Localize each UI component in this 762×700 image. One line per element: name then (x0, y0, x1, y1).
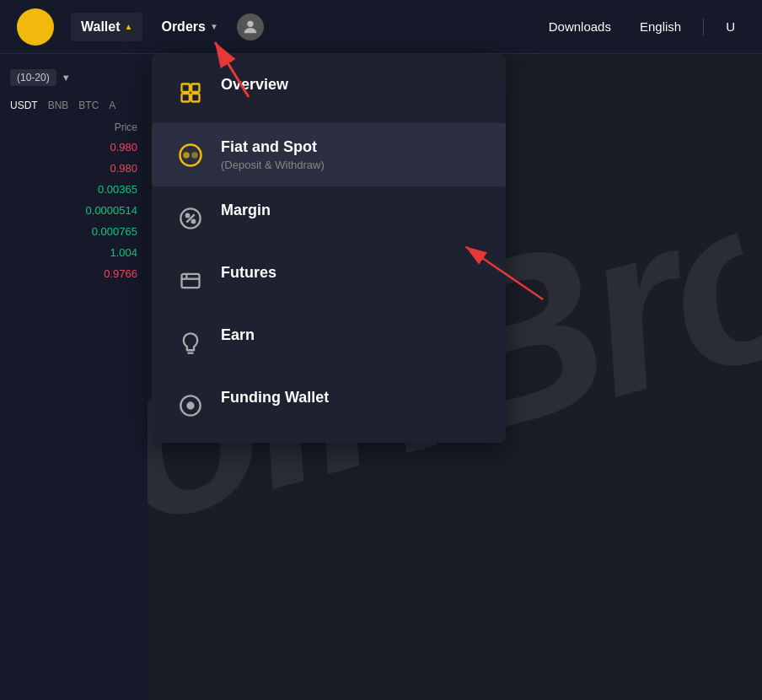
funding-label: Funding Wallet (221, 389, 329, 407)
wallet-label: Wallet (81, 19, 121, 35)
dropdown-item-futures[interactable]: Futures (152, 249, 506, 311)
price-row: 0.000765 (0, 221, 148, 242)
orders-nav[interactable]: Orders ▼ (151, 13, 228, 41)
fiat-spot-icon (175, 140, 206, 170)
funding-text: Funding Wallet (221, 389, 329, 407)
logo[interactable] (17, 8, 54, 46)
downloads-link[interactable]: Downloads (539, 13, 621, 40)
nav-divider (703, 19, 704, 35)
overview-label: Overview (221, 76, 288, 94)
svg-rect-3 (182, 94, 190, 101)
fiat-spot-text: Fiat and Spot (Deposit & Withdraw) (221, 138, 325, 171)
wallet-dropdown: Overview Fiat and Spot (Deposit & Withdr… (152, 54, 506, 443)
price-row: 0.980 (0, 158, 148, 179)
margin-text: Margin (221, 202, 271, 219)
earn-text: Earn (221, 326, 255, 344)
tab-a[interactable]: A (105, 98, 119, 113)
overview-text: Overview (221, 76, 288, 94)
filter-chevron-icon[interactable]: ▼ (62, 73, 71, 83)
fiat-spot-sublabel: (Deposit & Withdraw) (221, 159, 325, 171)
tab-usdt[interactable]: USDT (7, 98, 41, 113)
svg-point-0 (247, 20, 253, 26)
tab-bnb[interactable]: BNB (45, 98, 72, 113)
futures-icon (175, 266, 206, 296)
earn-icon (175, 328, 206, 358)
svg-rect-4 (191, 94, 199, 101)
futures-text: Futures (221, 264, 276, 282)
dropdown-item-earn[interactable]: Earn (152, 311, 506, 374)
filter-badge[interactable]: (10-20) (10, 69, 56, 86)
svg-point-11 (192, 220, 196, 223)
svg-rect-1 (182, 84, 190, 92)
price-header: Price (0, 118, 148, 137)
earn-label: Earn (221, 326, 255, 344)
orders-label: Orders (161, 19, 205, 35)
fiat-spot-label: Fiat and Spot (221, 138, 325, 156)
svg-point-10 (186, 214, 190, 218)
dropdown-item-margin[interactable]: Margin (152, 186, 506, 249)
svg-point-6 (183, 152, 190, 159)
left-panel: (10-20) ▼ USDT BNB BTC A Price 0.980 0.9… (0, 54, 148, 700)
price-row: 0.980 (0, 137, 148, 158)
funding-icon (175, 390, 206, 421)
margin-label: Margin (221, 202, 271, 219)
svg-point-18 (188, 403, 194, 409)
margin-icon (175, 203, 206, 234)
dropdown-item-funding[interactable]: Funding Wallet (152, 374, 506, 436)
svg-rect-2 (191, 84, 199, 92)
avatar[interactable] (237, 13, 264, 40)
user-link[interactable]: U (716, 13, 745, 40)
price-row: 0.00365 (0, 179, 148, 200)
overview-icon (175, 78, 206, 108)
filter-row: (10-20) ▼ (0, 62, 148, 93)
column-tabs: USDT BNB BTC A (0, 93, 148, 118)
orders-chevron-icon: ▼ (210, 22, 218, 31)
price-header-label: Price (115, 121, 137, 133)
wallet-chevron-icon: ▲ (125, 22, 133, 31)
price-row: 0.0000514 (0, 200, 148, 221)
tab-btc[interactable]: BTC (75, 98, 102, 113)
english-link[interactable]: English (630, 13, 691, 40)
price-row: 0.9766 (0, 263, 148, 284)
futures-label: Futures (221, 264, 276, 282)
dropdown-item-overview[interactable]: Overview (152, 61, 506, 123)
price-row: 1.004 (0, 242, 148, 263)
navbar: Wallet ▲ Orders ▼ Downloads English U (0, 0, 762, 54)
svg-rect-12 (182, 274, 200, 288)
wallet-nav[interactable]: Wallet ▲ (71, 13, 142, 41)
dropdown-item-fiat-spot[interactable]: Fiat and Spot (Deposit & Withdraw) (152, 123, 506, 186)
svg-point-7 (191, 152, 198, 159)
